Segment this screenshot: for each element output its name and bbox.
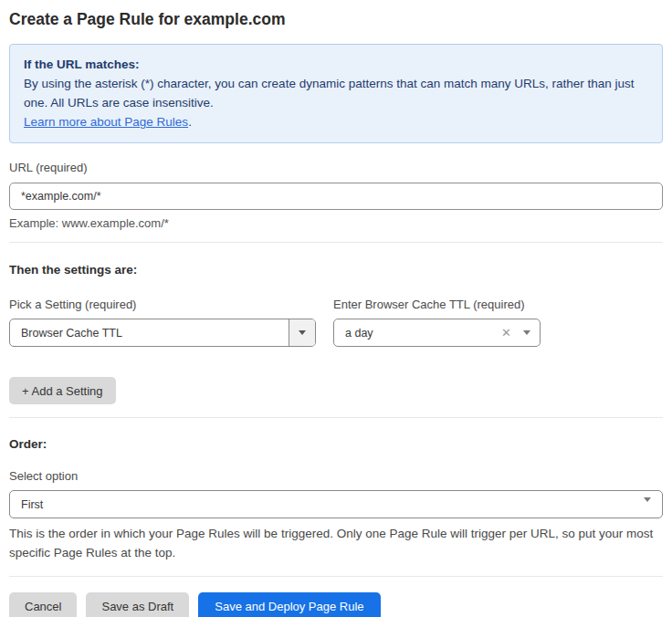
order-description: This is the order in which your Page Rul… (9, 524, 663, 562)
page-rule-form: Create a Page Rule for example.com If th… (0, 9, 672, 617)
order-select-label: Select option (9, 469, 663, 483)
save-as-draft-button[interactable]: Save as Draft (86, 592, 189, 617)
setting-picker-value: Browser Cache TTL (10, 327, 289, 340)
link-suffix: . (188, 115, 192, 129)
divider (9, 417, 663, 418)
learn-more-link[interactable]: Learn more about Page Rules (24, 115, 188, 129)
order-select-value: First (21, 498, 43, 511)
setting-picker-arrow-box[interactable] (289, 319, 315, 346)
order-section-heading: Order: (9, 437, 663, 452)
divider (9, 576, 663, 577)
cancel-button[interactable]: Cancel (9, 592, 77, 617)
chevron-down-icon (299, 330, 306, 335)
actions-bar: Cancel Save as Draft Save and Deploy Pag… (9, 592, 663, 617)
order-select[interactable]: First (9, 490, 663, 518)
chevron-down-icon (644, 502, 651, 515)
url-example-helper: Example: www.example.com/* (9, 216, 663, 230)
setting-picker-label: Pick a Setting (required) (9, 298, 316, 311)
url-field-label: URL (required) (9, 161, 663, 174)
setting-picker-group: Pick a Setting (required) Browser Cache … (9, 298, 316, 347)
clear-icon[interactable]: ✕ (501, 327, 511, 339)
settings-row: Pick a Setting (required) Browser Cache … (9, 298, 663, 347)
save-and-deploy-button[interactable]: Save and Deploy Page Rule (198, 592, 380, 617)
ttl-picker-value: a day (345, 327, 501, 340)
setting-picker-select[interactable]: Browser Cache TTL (9, 319, 316, 347)
info-box-heading: If the URL matches: (24, 55, 648, 74)
ttl-picker-select[interactable]: a day ✕ (333, 319, 541, 347)
info-box-body: By using the asterisk (*) character, you… (24, 74, 648, 112)
info-box-link-line: Learn more about Page Rules. (24, 112, 648, 131)
ttl-picker-label: Enter Browser Cache TTL (required) (333, 298, 541, 311)
url-input[interactable] (9, 183, 663, 210)
chevron-down-icon (523, 330, 530, 335)
page-title: Create a Page Rule for example.com (9, 9, 663, 29)
info-box: If the URL matches: By using the asteris… (9, 44, 663, 143)
add-setting-button[interactable]: + Add a Setting (9, 377, 116, 404)
settings-section-heading: Then the settings are: (9, 263, 663, 277)
ttl-picker-group: Enter Browser Cache TTL (required) a day… (333, 298, 541, 347)
divider (9, 242, 663, 243)
